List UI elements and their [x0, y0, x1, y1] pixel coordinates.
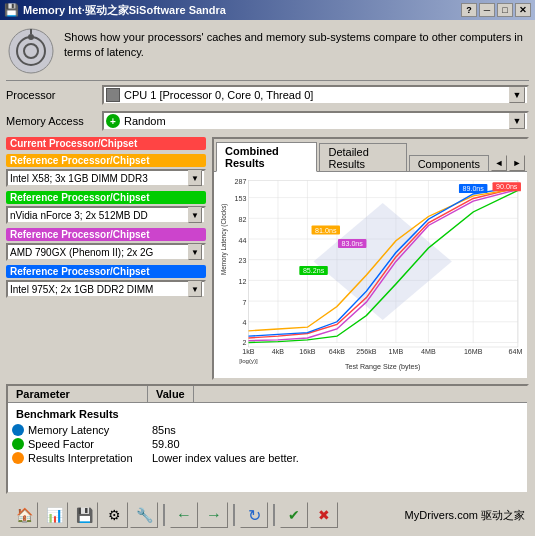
tab-scroll-left[interactable]: ◄ [491, 155, 507, 171]
cpu-icon [106, 88, 120, 102]
legend-ref3-arrow[interactable]: ▼ [188, 244, 202, 260]
svg-text:4: 4 [242, 320, 246, 327]
tab-detailed[interactable]: Detailed Results [319, 143, 406, 172]
processor-label: Processor [6, 89, 96, 101]
svg-text:90.0ns: 90.0ns [496, 184, 518, 191]
toolbar-settings-button[interactable]: ⚙ [100, 502, 128, 528]
right-panel: Combined Results Detailed Results Compon… [212, 137, 529, 380]
speed-factor-label: Speed Factor [28, 438, 94, 450]
toolbar-home-button[interactable]: 🏠 [10, 502, 38, 528]
legend-ref2-select[interactable]: nVidia nForce 3; 2x 512MB DD ▼ [6, 206, 206, 224]
legend-ref2-value: nVidia nForce 3; 2x 512MB DD [10, 210, 148, 221]
toolbar-chart-button[interactable]: 📊 [40, 502, 68, 528]
memory-access-value: Random [124, 115, 166, 127]
results-panel: Parameter Value Benchmark Results Memory… [6, 384, 529, 494]
legend-ref3-label: Reference Processor/Chipset [6, 228, 206, 241]
toolbar-separator-3 [273, 504, 275, 526]
tab-scroll-right[interactable]: ► [509, 155, 525, 171]
legend-ref3: Reference Processor/Chipset AMD 790GX (P… [6, 228, 206, 261]
brand-text: MyDrivers.com 驱动之家 [405, 508, 525, 523]
svg-text:83.0ns: 83.0ns [342, 241, 364, 248]
memory-access-dropdown-arrow[interactable]: ▼ [509, 113, 525, 129]
tab-components[interactable]: Components [409, 155, 489, 172]
legend-ref1-label: Reference Processor/Chipset [6, 154, 206, 167]
result-row-speed-factor: Speed Factor 59.80 [8, 437, 527, 451]
interpretation-icon [12, 452, 24, 464]
random-icon: + [106, 114, 120, 128]
toolbar-tools-button[interactable]: 🔧 [130, 502, 158, 528]
header-description: Shows how your processors' caches and me… [64, 26, 529, 61]
results-section-label: Benchmark Results [8, 405, 527, 423]
legend-ref1-arrow[interactable]: ▼ [188, 170, 202, 186]
toolbar-save-button[interactable]: 💾 [70, 502, 98, 528]
tab-scroll: ◄ ► [491, 155, 525, 171]
legend-ref2-label: Reference Processor/Chipset [6, 191, 206, 204]
param-col-header: Parameter [8, 386, 148, 402]
interpretation-label: Results Interpretation [28, 452, 133, 464]
processor-value: CPU 1 [Processor 0, Core 0, Thread 0] [124, 89, 313, 101]
svg-text:89.0ns: 89.0ns [462, 186, 484, 193]
svg-text:[log(y)]: [log(y)] [239, 359, 258, 365]
toolbar-cancel-button[interactable]: ✖ [310, 502, 338, 528]
svg-text:64kB: 64kB [329, 349, 346, 356]
chart-area: 287 153 82 44 23 12 7 4 2 1kB 4kB 16kB 6… [214, 171, 527, 378]
legend-ref4: Reference Processor/Chipset Intel 975X; … [6, 265, 206, 298]
maximize-button[interactable]: □ [497, 3, 513, 17]
legend-ref3-value: AMD 790GX (Phenom II); 2x 2G [10, 247, 153, 258]
memory-latency-label: Memory Latency [28, 424, 109, 436]
benchmark-label: Benchmark Results [12, 406, 123, 422]
svg-text:Memory Latency (Clocks): Memory Latency (Clocks) [220, 204, 228, 275]
tab-combined[interactable]: Combined Results [216, 142, 317, 172]
results-body: Benchmark Results Memory Latency 85ns Sp… [8, 403, 527, 492]
tabs-row: Combined Results Detailed Results Compon… [214, 139, 527, 171]
memory-latency-icon [12, 424, 24, 436]
svg-text:16kB: 16kB [299, 349, 316, 356]
svg-text:Test Range Size (bytes): Test Range Size (bytes) [345, 364, 421, 371]
title-bar-text: Memory Int·驱动之家SiSoftware Sandra [23, 3, 226, 18]
toolbar-refresh-button[interactable]: ↻ [240, 502, 268, 528]
svg-text:44: 44 [239, 237, 247, 244]
title-bar-icon: 💾 [4, 3, 19, 17]
legend-ref3-select[interactable]: AMD 790GX (Phenom II); 2x 2G ▼ [6, 243, 206, 261]
legend-ref4-value: Intel 975X; 2x 1GB DDR2 DIMM [10, 284, 153, 295]
title-bar: 💾 Memory Int·驱动之家SiSoftware Sandra ? ─ □… [0, 0, 535, 20]
processor-select[interactable]: CPU 1 [Processor 0, Core 0, Thread 0] ▼ [102, 85, 529, 105]
toolbar-separator-1 [163, 504, 165, 526]
speed-factor-value: 59.80 [148, 438, 180, 450]
interpretation-value: Lower index values are better. [148, 452, 299, 464]
svg-text:287: 287 [235, 178, 247, 185]
legend-current-label: Current Processor/Chipset [6, 137, 206, 150]
toolbar-forward-button[interactable]: → [200, 502, 228, 528]
app-icon [6, 26, 56, 76]
legend-ref4-select[interactable]: Intel 975X; 2x 1GB DDR2 DIMM ▼ [6, 280, 206, 298]
result-row-memory-latency: Memory Latency 85ns [8, 423, 527, 437]
toolbar-back-button[interactable]: ← [170, 502, 198, 528]
svg-text:12: 12 [239, 278, 247, 285]
legend-ref2-arrow[interactable]: ▼ [188, 207, 202, 223]
header-section: Shows how your processors' caches and me… [6, 26, 529, 81]
legend-ref1-select[interactable]: Intel X58; 3x 1GB DIMM DDR3 ▼ [6, 169, 206, 187]
left-panel: Current Processor/Chipset Reference Proc… [6, 137, 206, 380]
svg-text:16MB: 16MB [464, 349, 483, 356]
svg-text:64MB: 64MB [509, 349, 523, 356]
legend-ref1: Reference Processor/Chipset Intel X58; 3… [6, 154, 206, 187]
legend-ref2: Reference Processor/Chipset nVidia nForc… [6, 191, 206, 224]
svg-text:2: 2 [242, 340, 246, 347]
main-content: Current Processor/Chipset Reference Proc… [6, 137, 529, 380]
svg-text:81.0ns: 81.0ns [315, 227, 337, 234]
toolbar: 🏠 📊 💾 ⚙ 🔧 ← → ↻ ✔ ✖ MyDrivers.com 驱动之家 [6, 498, 529, 530]
close-button[interactable]: ✕ [515, 3, 531, 17]
svg-text:153: 153 [235, 196, 247, 203]
processor-row: Processor CPU 1 [Processor 0, Core 0, Th… [6, 85, 529, 105]
minimize-button[interactable]: ─ [479, 3, 495, 17]
window-body: Shows how your processors' caches and me… [0, 20, 535, 536]
memory-access-label: Memory Access [6, 115, 96, 127]
memory-access-select[interactable]: + Random ▼ [102, 111, 529, 131]
processor-dropdown-arrow[interactable]: ▼ [509, 87, 525, 103]
help-button[interactable]: ? [461, 3, 477, 17]
legend-ref4-arrow[interactable]: ▼ [188, 281, 202, 297]
toolbar-separator-2 [233, 504, 235, 526]
svg-text:7: 7 [242, 299, 246, 306]
legend-ref4-label: Reference Processor/Chipset [6, 265, 206, 278]
toolbar-check-button[interactable]: ✔ [280, 502, 308, 528]
